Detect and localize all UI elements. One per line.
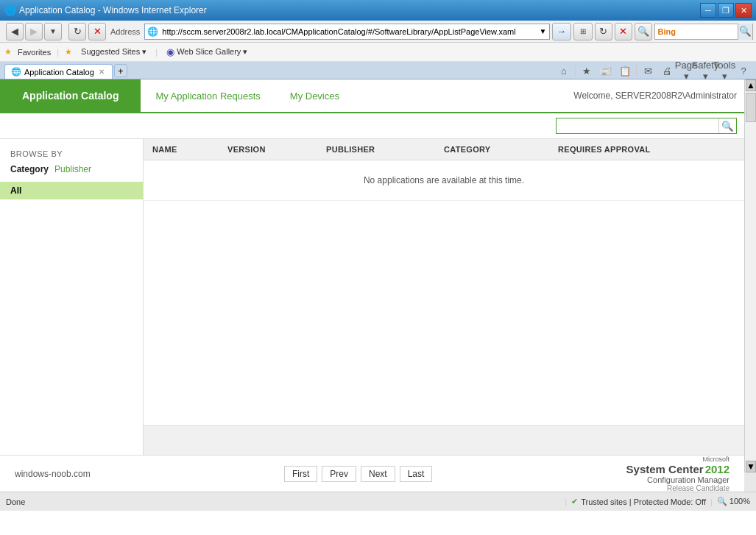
zoom-button[interactable]: 🔍 100%	[717, 497, 750, 506]
main-panel: NAME VERSION PUBLISHER CATEGORY REQUIRES…	[144, 139, 744, 455]
search-box-wrap: 🔍	[556, 118, 737, 134]
title-bar: 🌐 Application Catalog - Windows Internet…	[0, 0, 756, 21]
footer-right: Microsoft System Center 2012 Configurati…	[626, 456, 729, 492]
ie-icon: 🌐	[4, 5, 16, 16]
compatibility-button[interactable]: ⊞	[573, 23, 593, 40]
catalog-nav: Application Catalog My Application Reque…	[0, 79, 744, 113]
address-input[interactable]	[160, 27, 537, 36]
address-label: Address	[108, 27, 142, 36]
window-title: Application Catalog - Windows Internet E…	[19, 5, 700, 15]
sc-logo: Microsoft System Center 2012 Configurati…	[626, 456, 729, 492]
catalog-search-button[interactable]: 🔍	[718, 118, 736, 133]
catalog-body: BROWSE BY Category Publisher All NAME VE…	[0, 139, 744, 455]
favorites-icon: ★	[65, 47, 72, 57]
bing-search-input[interactable]	[679, 25, 738, 38]
page-footer: windows-noob.com First Prev Next Last Mi…	[0, 455, 744, 492]
sc-name-row: System Center 2012	[626, 463, 729, 475]
sc-year-label: 2012	[705, 463, 729, 475]
browse-by-publisher-link[interactable]: Publisher	[54, 164, 91, 174]
web-slice-gallery-item[interactable]: ◉ Web Slice Gallery ▾	[163, 45, 250, 59]
main-tab[interactable]: 🌐 Application Catalog ✕	[4, 64, 113, 79]
tab-label: Application Catalog	[24, 68, 94, 77]
ie-page-icon: 🌐	[145, 26, 160, 37]
forward-button[interactable]: ▶	[25, 23, 43, 40]
catalog-container: Application Catalog My Application Reque…	[0, 79, 744, 492]
browse-links: Category Publisher	[0, 164, 143, 182]
next-page-button[interactable]: Next	[361, 466, 395, 482]
tab-application-catalog[interactable]: Application Catalog	[0, 79, 141, 112]
first-page-button[interactable]: First	[284, 466, 317, 482]
status-done: Done	[6, 497, 560, 506]
address-combo: 🌐 ▼	[144, 24, 549, 40]
go-button[interactable]: →	[552, 23, 571, 40]
sc-system-center-label: System Center	[626, 463, 704, 475]
minimize-button[interactable]: ─	[700, 3, 716, 18]
table-footer	[144, 425, 744, 455]
print-button[interactable]: 🖨	[659, 63, 675, 79]
col-publisher: PUBLISHER	[317, 139, 435, 160]
search-bar: Bing 🔍	[654, 24, 753, 40]
tab-my-devices[interactable]: My Devices	[275, 80, 354, 112]
restore-button[interactable]: ❐	[718, 3, 734, 18]
favorites-divider: |	[57, 48, 59, 57]
browse-by-category-link[interactable]: Category	[10, 164, 49, 174]
sc-product-label: Configuration Manager	[647, 475, 729, 484]
stop-button[interactable]: ✕	[88, 23, 106, 40]
fav-divider: |	[155, 48, 158, 57]
close-button[interactable]: ✕	[735, 3, 752, 18]
help-button[interactable]: ?	[735, 63, 752, 79]
bing-search-button[interactable]: 🔍	[738, 24, 752, 40]
col-category: CATEGORY	[435, 139, 549, 160]
home-button[interactable]: ⌂	[556, 63, 572, 79]
search-button[interactable]: 🔍	[635, 23, 652, 40]
applications-table: NAME VERSION PUBLISHER CATEGORY REQUIRES…	[144, 139, 744, 201]
tab-ie-icon: 🌐	[11, 67, 21, 77]
refresh-button2[interactable]: ↻	[595, 23, 612, 40]
welcome-message: Welcome, SERVER2008R2\Administrator	[573, 91, 737, 101]
favorites-label[interactable]: Favorites	[18, 48, 51, 57]
table-header-row: NAME VERSION PUBLISHER CATEGORY REQUIRES…	[144, 139, 744, 160]
dropdown-button[interactable]: ▼	[44, 23, 62, 40]
safety-menu-button[interactable]: Safety ▾	[697, 63, 713, 79]
sc-release-label: Release Candidate	[667, 484, 729, 492]
last-page-button[interactable]: Last	[400, 466, 433, 482]
main-content: ▲ ▼ Application Catalog My Application R…	[0, 79, 756, 492]
tools-menu-button[interactable]: Tools ▾	[716, 63, 732, 79]
sidebar: BROWSE BY Category Publisher All	[0, 139, 144, 455]
suggested-sites-item[interactable]: Suggested Sites ▾	[78, 46, 149, 58]
web-slice-icon: ◉	[166, 46, 174, 57]
window-controls: ─ ❐ ✕	[700, 3, 752, 18]
toolbar-divider-1	[575, 65, 576, 77]
history-button[interactable]: 📋	[617, 63, 633, 79]
feeds-button[interactable]: 📰	[598, 63, 614, 79]
prev-page-button[interactable]: Prev	[322, 466, 356, 482]
browse-by-label: BROWSE BY	[0, 146, 143, 164]
search-row: 🔍	[0, 113, 744, 139]
scroll-thumb[interactable]	[746, 93, 756, 122]
address-dropdown[interactable]: ▼	[537, 27, 549, 35]
empty-message-row: No applications are available at this ti…	[144, 160, 744, 201]
back-button[interactable]: ◀	[6, 23, 24, 40]
mail-button[interactable]: ✉	[640, 63, 656, 79]
favorites-bar: ★ Favorites | ★ Suggested Sites ▾ | ◉ We…	[0, 43, 756, 62]
sidebar-item-all[interactable]: All	[0, 182, 143, 199]
scroll-down-button[interactable]: ▼	[746, 461, 756, 472]
trusted-sites-icon: ✔	[571, 497, 578, 506]
tab-my-requests[interactable]: My Application Requests	[141, 80, 275, 112]
favorites-star-icon: ★	[4, 47, 12, 57]
favorites-button[interactable]: ★	[579, 63, 595, 79]
catalog-search-input[interactable]	[557, 118, 718, 133]
tab-bar: 🌐 Application Catalog ✕ + ⌂ ★ 📰 📋 ✉ 🖨 Pa…	[0, 62, 756, 79]
empty-message: No applications are available at this ti…	[144, 160, 744, 201]
refresh-button[interactable]: ↻	[68, 23, 86, 40]
browser-toolbar-right: ⌂ ★ 📰 📋 ✉ 🖨 Page ▾ Safety ▾ Tools ▾ ?	[556, 63, 752, 79]
vertical-scrollbar[interactable]: ▲ ▼	[744, 79, 756, 472]
col-name: NAME	[144, 139, 219, 160]
status-divider: |	[565, 497, 567, 506]
new-tab-button[interactable]: +	[114, 64, 127, 77]
scroll-up-button[interactable]: ▲	[746, 79, 756, 91]
tab-close-button[interactable]: ✕	[97, 68, 106, 76]
stop-button2[interactable]: ✕	[615, 23, 632, 40]
app-table: NAME VERSION PUBLISHER CATEGORY REQUIRES…	[144, 139, 744, 425]
col-version: VERSION	[219, 139, 317, 160]
